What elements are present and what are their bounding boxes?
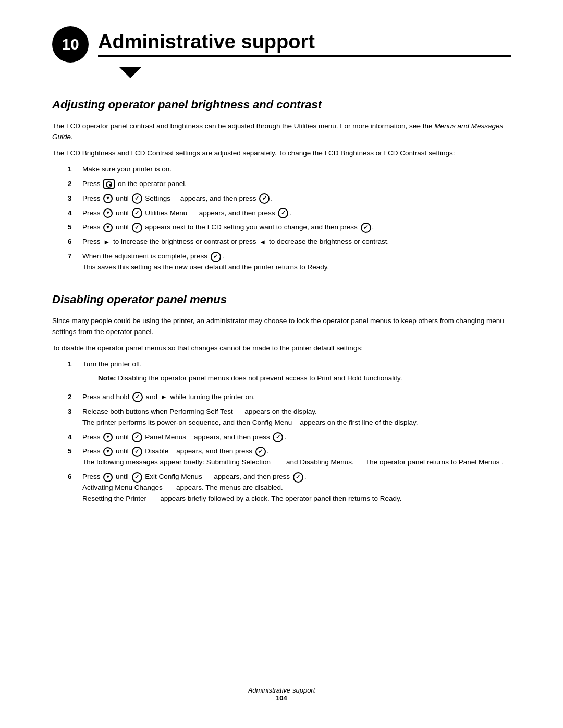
step-num: 5 [68, 222, 82, 233]
step-1-3: 3 Press until Settings appears, and then… [68, 193, 511, 204]
chapter-title-block: Administrative support [98, 31, 511, 57]
step-num: 6 [68, 472, 82, 504]
step-num: 3 [68, 193, 82, 204]
step-1-7: 7 When the adjustment is complete, press… [68, 251, 511, 273]
select-icon [132, 472, 142, 483]
step-1-5: 5 Press until appears next to the LCD se… [68, 222, 511, 233]
step-content: Press until Panel Menus appears, and the… [82, 432, 511, 443]
step-sub: This saves this setting as the new user … [82, 263, 329, 271]
select-icon [132, 208, 142, 218]
select-icon [273, 432, 283, 442]
step-content: Release both buttons when Performing Sel… [82, 406, 511, 428]
step-2-1: 1 Turn the printer off. Note: Disabling … [68, 359, 511, 388]
step-2-6: 6 Press until Exit Config Menus appears,… [68, 472, 511, 504]
step-num: 6 [68, 237, 82, 248]
section1-intro1: The LCD operator panel contrast and brig… [52, 121, 511, 143]
chapter-number-badge: 10 [52, 26, 89, 63]
down-arrow-icon [103, 194, 113, 203]
select-icon [132, 392, 143, 402]
step-content: Make sure your printer is on. [82, 164, 511, 175]
step-num: 1 [68, 164, 82, 175]
step-content: Press until Disable appears, and then pr… [82, 446, 511, 468]
note-block: Note: Disabling the operator panel menus… [98, 373, 511, 384]
step-num: 1 [68, 359, 82, 388]
step-num: 4 [68, 432, 82, 443]
down-arrow-icon [103, 473, 113, 482]
step-1-1: 1 Make sure your printer is on. [68, 164, 511, 175]
chapter-title: Administrative support [98, 31, 511, 53]
section1-intro2: The LCD Brightness and LCD Contrast sett… [52, 148, 511, 159]
step-sub: The printer performs its power-on sequen… [82, 418, 418, 426]
note-label: Note: [98, 374, 118, 382]
footer-page: 104 [0, 694, 563, 702]
left-arrow-icon: ◄ [259, 237, 266, 248]
step-2-3: 3 Release both buttons when Performing S… [68, 406, 511, 428]
chapter-arrow-decoration [119, 67, 142, 78]
section2-steps: 1 Turn the printer off. Note: Disabling … [68, 359, 511, 504]
select-icon [132, 193, 142, 204]
chapter-header: 10 Administrative support [52, 31, 511, 63]
step-content: Press until appears next to the LCD sett… [82, 222, 511, 233]
step-content: Press until Settings appears, and then p… [82, 193, 511, 204]
step-content: Press on the operator panel. [82, 179, 511, 190]
step-1-4: 4 Press until Utilities Menu appears, an… [68, 208, 511, 219]
step-content: Press until Exit Config Menus appears, a… [82, 472, 511, 504]
section2-intro1: Since many people could be using the pri… [52, 316, 511, 338]
right-arrow-icon: ► [103, 237, 110, 248]
select-icon [132, 223, 142, 233]
step-num: 2 [68, 179, 82, 190]
down-arrow-icon [103, 208, 113, 218]
down-arrow-icon [103, 447, 113, 456]
section2-title: Disabling operator panel menus [52, 293, 511, 306]
section1-title: Adjusting operator panel brightness and … [52, 98, 511, 112]
step-sub2: Resetting the Printer appears briefly fo… [82, 495, 402, 502]
step-2-5: 5 Press until Disable appears, and then … [68, 446, 511, 468]
step-num: 2 [68, 392, 82, 403]
step-content: Press and hold and ► while turning the p… [82, 392, 511, 403]
section1-steps: 1 Make sure your printer is on. 2 Press … [68, 164, 511, 273]
step-1-2: 2 Press on the operator panel. [68, 179, 511, 190]
step-content: Press until Utilities Menu appears, and … [82, 208, 511, 219]
step-num: 3 [68, 406, 82, 428]
right-arrow-icon: ► [161, 392, 167, 402]
select-icon [255, 447, 266, 457]
down-arrow-icon [103, 433, 113, 442]
step-1-6: 6 Press ► to increase the brightness or … [68, 237, 511, 248]
step-content: Turn the printer off. Note: Disabling th… [82, 359, 511, 388]
select-icon [278, 208, 288, 218]
step-num: 5 [68, 446, 82, 468]
select-icon [259, 193, 270, 204]
select-icon [293, 472, 303, 483]
select-icon [361, 223, 371, 233]
step-content: Press ► to increase the brightness or co… [82, 237, 511, 248]
section2-intro2: To disable the operator panel menus so t… [52, 343, 511, 354]
page: 10 Administrative support Adjusting oper… [0, 0, 563, 728]
step-sub1: Activating Menu Changes appears. The men… [82, 484, 283, 491]
footer-label: Administrative support [0, 686, 563, 694]
step-2-2: 2 Press and hold and ► while turning the… [68, 392, 511, 403]
key-icon [103, 179, 115, 189]
step-num: 7 [68, 251, 82, 273]
step-num: 4 [68, 208, 82, 219]
step-sub: The following messages appear briefly: S… [82, 458, 504, 466]
step-content: When the adjustment is complete, press .… [82, 251, 511, 273]
select-icon [211, 252, 221, 262]
step-2-4: 4 Press until Panel Menus appears, and t… [68, 432, 511, 443]
footer: Administrative support 104 [0, 686, 563, 702]
select-icon [132, 447, 142, 457]
down-arrow-icon [103, 223, 113, 232]
select-icon [132, 432, 142, 442]
